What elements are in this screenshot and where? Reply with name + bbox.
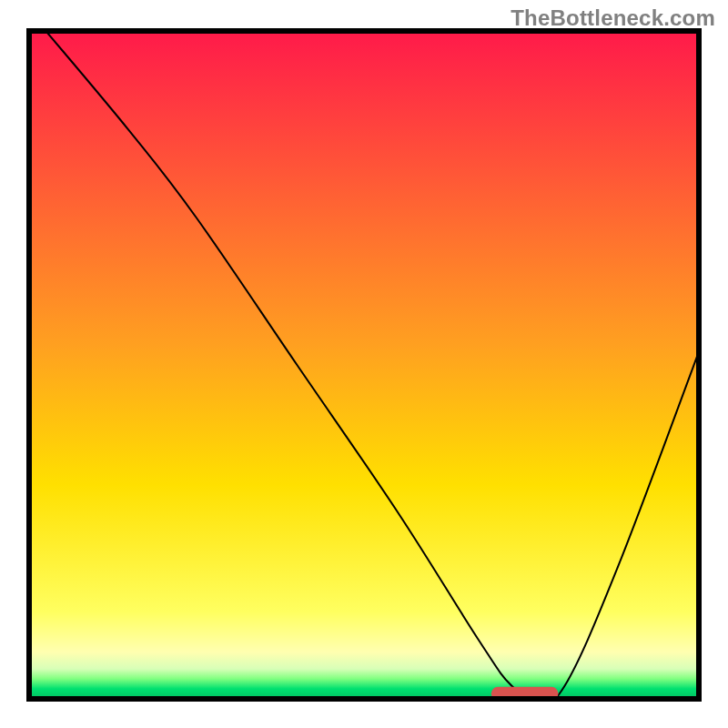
- watermark-text: TheBottleneck.com: [511, 5, 715, 31]
- bottleneck-chart: [0, 0, 728, 728]
